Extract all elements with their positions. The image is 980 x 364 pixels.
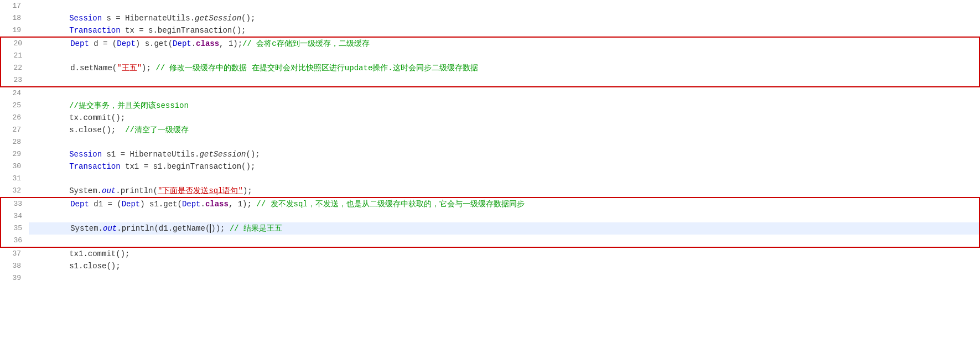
code-line-19: 19 Transaction tx = s.beginTransaction()… bbox=[0, 24, 980, 37]
code-line-20: 20 Dept d = (Dept) s.get(Dept.class, 1);… bbox=[0, 37, 980, 50]
line-content-37: tx1.commit(); bbox=[28, 248, 980, 260]
line-content-33: Dept d1 = (Dept) s1.get(Dept.class, 1); … bbox=[29, 198, 979, 210]
code-line-36: 36 bbox=[0, 235, 980, 248]
code-line-37: 37 tx1.commit(); bbox=[0, 248, 980, 260]
code-line-34: 34 bbox=[0, 210, 980, 222]
line-content-27: s.close(); //清空了一级缓存 bbox=[28, 124, 980, 136]
line-content-38: s1.close(); bbox=[28, 260, 980, 272]
line-num-32: 32 bbox=[0, 185, 28, 197]
line-num-31: 31 bbox=[0, 173, 28, 185]
code-line-25: 25 //提交事务，并且关闭该session bbox=[0, 100, 980, 112]
line-num-25: 25 bbox=[0, 100, 28, 112]
line-content-20: Dept d = (Dept) s.get(Dept.class, 1);// … bbox=[29, 38, 979, 50]
code-line-28: 28 bbox=[0, 136, 980, 148]
line-num-22: 22 bbox=[1, 62, 29, 74]
code-line-26: 26 tx.commit(); bbox=[0, 112, 980, 124]
line-content-24 bbox=[28, 87, 980, 100]
line-num-29: 29 bbox=[0, 148, 28, 160]
code-line-27: 27 s.close(); //清空了一级缓存 bbox=[0, 124, 980, 136]
line-num-34: 34 bbox=[1, 210, 29, 222]
line-num-24: 24 bbox=[0, 87, 28, 100]
code-line-23: 23 bbox=[0, 74, 980, 87]
line-num-27: 27 bbox=[0, 124, 28, 136]
line-content-18: Session s = HibernateUtils.getSession(); bbox=[28, 12, 980, 24]
code-editor: 17 18 Session s = HibernateUtils.getSess… bbox=[0, 0, 980, 364]
line-num-21: 21 bbox=[1, 50, 29, 62]
code-line-18: 18 Session s = HibernateUtils.getSession… bbox=[0, 12, 980, 24]
line-num-26: 26 bbox=[0, 112, 28, 124]
line-num-38: 38 bbox=[0, 260, 28, 272]
line-num-39: 39 bbox=[0, 272, 28, 284]
line-content-21 bbox=[29, 50, 979, 62]
code-line-38: 38 s1.close(); bbox=[0, 260, 980, 272]
code-line-33: 33 Dept d1 = (Dept) s1.get(Dept.class, 1… bbox=[0, 197, 980, 210]
line-num-18: 18 bbox=[0, 12, 28, 24]
code-line-30: 30 Transaction tx1 = s1.beginTransaction… bbox=[0, 160, 980, 173]
line-num-33: 33 bbox=[1, 198, 29, 210]
line-content-23 bbox=[29, 74, 979, 86]
code-line-17: 17 bbox=[0, 0, 980, 12]
code-line-32: 32 System.out.println("下面是否发送sql语句"); bbox=[0, 185, 980, 197]
line-content-19: Transaction tx = s.beginTransaction(); bbox=[28, 24, 980, 37]
line-num-17: 17 bbox=[0, 0, 28, 12]
line-content-35: System.out.println(d1.getName()); // 结果是… bbox=[29, 222, 979, 235]
line-content-31 bbox=[28, 173, 980, 185]
line-num-19: 19 bbox=[0, 24, 28, 37]
line-num-20: 20 bbox=[1, 38, 29, 50]
code-line-39: 39 bbox=[0, 272, 980, 284]
line-content-22: d.setName("王五"); // 修改一级缓存中的数据 在提交时会对比快照… bbox=[29, 62, 979, 74]
line-content-32: System.out.println("下面是否发送sql语句"); bbox=[28, 185, 980, 197]
code-line-35: 35 System.out.println(d1.getName()); // … bbox=[0, 222, 980, 235]
line-content-28 bbox=[28, 136, 980, 148]
line-content-25: //提交事务，并且关闭该session bbox=[28, 100, 980, 112]
line-num-36: 36 bbox=[1, 235, 29, 247]
line-num-23: 23 bbox=[1, 74, 29, 86]
line-content-26: tx.commit(); bbox=[28, 112, 980, 124]
code-line-29: 29 Session s1 = HibernateUtils.getSessio… bbox=[0, 148, 980, 160]
line-content-29: Session s1 = HibernateUtils.getSession()… bbox=[28, 148, 980, 160]
line-content-39 bbox=[28, 272, 980, 284]
line-content-17 bbox=[28, 0, 980, 12]
line-num-37: 37 bbox=[0, 248, 28, 260]
line-num-28: 28 bbox=[0, 136, 28, 148]
line-num-30: 30 bbox=[0, 160, 28, 173]
code-line-24: 24 bbox=[0, 87, 980, 100]
line-content-34 bbox=[29, 210, 979, 222]
line-content-36 bbox=[29, 235, 979, 247]
code-line-31: 31 bbox=[0, 173, 980, 185]
code-line-22: 22 d.setName("王五"); // 修改一级缓存中的数据 在提交时会对… bbox=[0, 62, 980, 74]
line-num-35: 35 bbox=[1, 222, 29, 235]
line-content-30: Transaction tx1 = s1.beginTransaction(); bbox=[28, 160, 980, 173]
code-line-21: 21 bbox=[0, 50, 980, 62]
